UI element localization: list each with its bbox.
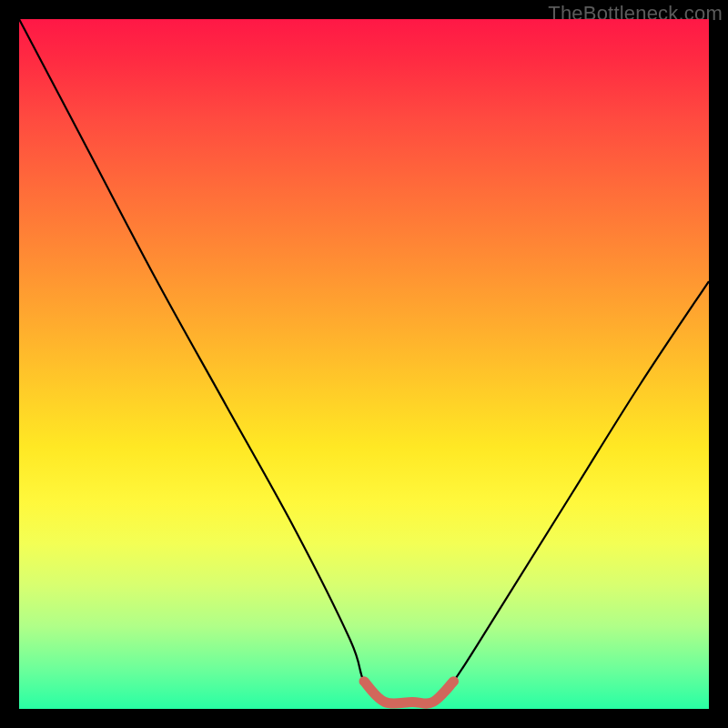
- plot-area: [19, 19, 709, 709]
- highlight-band-path: [364, 682, 454, 704]
- curve-layer: [19, 19, 709, 709]
- chart-frame: TheBottleneck.com: [0, 0, 728, 728]
- bottleneck-curve-path: [19, 19, 709, 703]
